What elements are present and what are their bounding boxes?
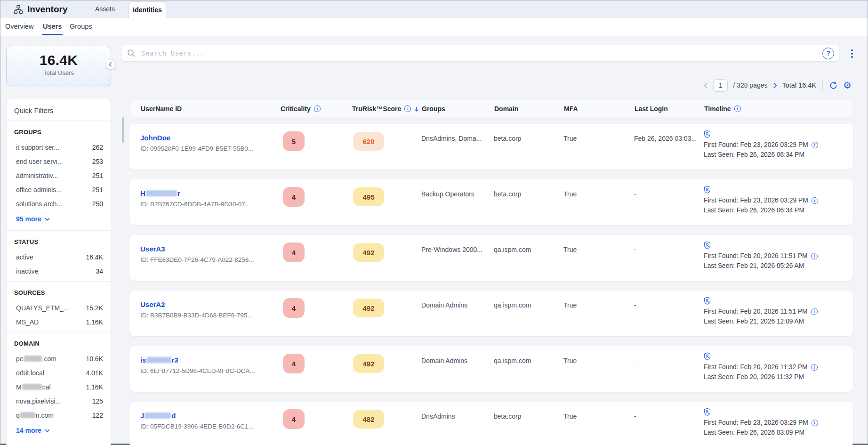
filter-item[interactable]: Mcal 1.16K <box>14 380 103 394</box>
column-domain[interactable]: Domain <box>494 100 518 118</box>
column-trurisk-score[interactable]: TruRisk™Scorei <box>352 100 419 118</box>
column-timeline[interactable]: Timelinei <box>704 100 741 118</box>
username-link[interactable]: Jd <box>140 412 176 420</box>
filter-item[interactable]: pe.com 10.6K <box>14 352 103 366</box>
table-scrollbar-thumb[interactable] <box>122 117 124 143</box>
filter-items: QUALYS_ETM_... 15.2K MS_AD 1.16K <box>14 301 103 329</box>
filter-item-label: MS_AD <box>16 318 39 326</box>
app-title: Inventory <box>27 4 68 15</box>
column-mfa[interactable]: MFA <box>564 100 578 118</box>
column-criticality[interactable]: Criticalityi <box>281 100 321 118</box>
filter-item[interactable]: orbit.local 4.01K <box>14 366 103 380</box>
timeline-cell: First Found: Feb 20, 2026 11:51 PM i Las… <box>704 241 818 269</box>
last-seen: Last Seen: Feb 26, 2026 06:34 PM <box>704 207 818 214</box>
filter-item-count: 1.16K <box>86 318 103 326</box>
timeline-cell: First Found: Feb 23, 2026 03:29 PM i Las… <box>704 186 818 214</box>
filter-item[interactable]: MS_AD 1.16K <box>14 315 103 329</box>
kebab-menu-button[interactable] <box>849 47 855 60</box>
last-login-cell: - <box>634 190 636 198</box>
inventory-sitemap-icon <box>14 5 23 14</box>
subnav-groups[interactable]: Groups <box>70 18 92 35</box>
info-icon[interactable]: i <box>314 105 321 112</box>
username-link[interactable]: UserA2 <box>140 300 165 308</box>
filter-item[interactable]: qn.com 122 <box>14 408 103 422</box>
info-icon[interactable]: i <box>812 197 818 204</box>
filter-items: it support ser... 262 end user servi... … <box>14 140 103 211</box>
search-input[interactable] <box>141 49 822 57</box>
tab-assets[interactable]: Assets <box>84 0 126 18</box>
top-tab-bar: Inventory Assets Identities <box>0 0 868 18</box>
mfa-cell: True <box>563 135 577 142</box>
column-username-id[interactable]: UserName ID <box>141 100 182 118</box>
sidebar-collapse-button[interactable] <box>105 59 116 70</box>
quick-filters-body: GROUPS it support ser... 262 end user se… <box>7 121 111 442</box>
first-found: First Found: Feb 20, 2026 11:51 PM i <box>704 308 818 315</box>
username-link[interactable]: UserA3 <box>140 245 165 253</box>
chevron-left-icon <box>704 82 708 89</box>
user-cell: UserA2 ID: B3B7B0B9-B33D-4D68-BEF6-795..… <box>140 300 253 319</box>
info-icon[interactable]: i <box>812 142 818 148</box>
username-link[interactable]: JohnDoe <box>140 134 170 142</box>
groups-cell: Backup Operators <box>421 190 474 198</box>
first-found-text: First Found: Feb 23, 2026 03:29 PM <box>704 419 808 426</box>
username-link[interactable]: Hr <box>140 189 180 197</box>
column-last-login[interactable]: Last Login <box>635 100 668 118</box>
filter-item[interactable]: inactive 34 <box>14 264 103 278</box>
info-icon[interactable]: i <box>734 105 741 112</box>
chevron-down-icon <box>45 218 50 221</box>
refresh-button[interactable] <box>829 81 838 90</box>
filter-item[interactable]: it support ser... 262 <box>14 140 103 154</box>
first-found: First Found: Feb 23, 2026 03:29 PM i <box>704 197 818 204</box>
filter-section-title: DOMAIN <box>14 340 103 347</box>
groups-cell: Domain Admins <box>421 301 467 309</box>
filter-item[interactable]: administrativ... 251 <box>14 169 103 183</box>
search-icon <box>127 49 136 57</box>
mfa-cell: True <box>563 246 577 253</box>
info-icon[interactable]: i <box>811 308 818 315</box>
filter-item-count: 16.4K <box>86 253 103 261</box>
filter-more-link[interactable]: 14 more <box>14 422 103 439</box>
help-icon[interactable]: ? <box>822 48 834 59</box>
filter-more-link[interactable]: 95 more <box>14 211 103 227</box>
filter-item[interactable]: QUALYS_ETM_... 15.2K <box>14 301 103 315</box>
filter-section: STATUS active 16.4K inactive 34 <box>7 230 111 281</box>
filter-items: active 16.4K inactive 34 <box>14 250 103 278</box>
last-seen-text: Last Seen: Feb 21, 2026 12:09 AM <box>704 318 804 325</box>
user-cell: UserA3 ID: FFE63DE0-7F26-4C79-A022-8256.… <box>140 245 254 263</box>
info-icon[interactable]: i <box>404 105 411 112</box>
filter-item[interactable]: active 16.4K <box>14 250 103 264</box>
app-title-area: Inventory <box>14 0 68 18</box>
user-id: ID: 099520F0-1E99-4FD9-B5E7-55B0... <box>140 145 253 152</box>
mfa-cell: True <box>563 301 577 309</box>
user-id: ID: B2B767CD-6DDB-4A7B-9D30-07... <box>140 201 250 208</box>
filter-item-count: 4.01K <box>86 369 103 377</box>
filter-item[interactable]: solutions arch... 250 <box>14 197 103 211</box>
info-icon[interactable]: i <box>812 420 818 426</box>
next-page-button[interactable] <box>773 82 777 89</box>
info-icon[interactable]: i <box>811 253 818 259</box>
page-number-input[interactable]: 1 <box>713 79 728 92</box>
user-id: ID: 05FDCB19-3906-4EDE-B9D2-6C1... <box>140 423 254 430</box>
sort-desc-icon[interactable] <box>414 106 419 112</box>
first-found: First Found: Feb 23, 2026 03:29 PM i <box>704 141 818 148</box>
subnav-overview[interactable]: Overview <box>5 18 33 35</box>
filter-item[interactable]: nova.pixelvisi... 125 <box>14 394 103 408</box>
first-found: First Found: Feb 20, 2026 11:51 PM i <box>704 252 818 259</box>
settings-button[interactable]: ⚙ <box>843 81 852 90</box>
filter-items: pe.com 10.6K orbit.local 4.01K Mcal 1.16… <box>14 352 103 422</box>
subnav-users[interactable]: Users <box>43 18 62 35</box>
table-row: UserA2 ID: B3B7B0B9-B33D-4D68-BEF6-795..… <box>129 291 853 336</box>
filter-item-count: 1.16K <box>86 383 103 391</box>
tab-identities[interactable]: Identities <box>129 1 166 18</box>
username-link[interactable]: isr3 <box>140 356 178 364</box>
quick-filters-title: Quick Filters <box>7 99 111 121</box>
filter-section-title: SOURCES <box>14 289 103 296</box>
info-icon[interactable]: i <box>811 364 818 371</box>
groups-cell: DnsAdmins <box>421 413 455 420</box>
filter-item[interactable]: office adminis... 251 <box>14 183 103 197</box>
filter-section: SOURCES QUALYS_ETM_... 15.2K MS_AD 1.16K <box>7 281 111 332</box>
prev-page-button[interactable] <box>704 82 708 89</box>
column-groups[interactable]: Groups <box>422 100 445 118</box>
filter-item[interactable]: end user servi... 253 <box>14 154 103 169</box>
domain-cell: qa.ispm.com <box>494 357 531 364</box>
